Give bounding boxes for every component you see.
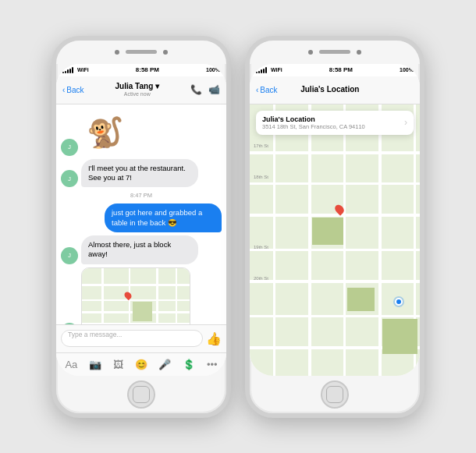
road-v-4 (378, 104, 382, 376)
nav-title-2: Julia's Location (300, 85, 359, 94)
home-button-1[interactable] (127, 380, 155, 409)
home-button-inner-1 (133, 386, 150, 403)
message-text-2: Almost there, just a block away! (88, 240, 171, 258)
toolbar-aa-1[interactable]: Aa (65, 359, 77, 370)
monkey-sticker: 🐒 (81, 109, 128, 156)
status-time-1: 8:58 PM (136, 66, 159, 73)
toolbar-emoji-1[interactable]: 😊 (135, 359, 147, 370)
location-info-text: Julia's Location 3514 18th St, San Franc… (262, 115, 365, 130)
avatar-julia-3: J (61, 247, 78, 264)
nav-bar-2: ‹ Back Julia's Location (250, 76, 420, 104)
map-fullscreen: 17th St 18th St 19th St 20th St Julia's … (250, 104, 420, 376)
battery-label-2: 100% (400, 67, 414, 73)
call-icon-1[interactable]: 📞 (190, 84, 202, 95)
chat-area-1: J 🐒 J I'll meet you at the restaurant. S… (56, 104, 226, 324)
signal-bars-2 (256, 67, 267, 73)
back-label-1: Back (66, 86, 83, 94)
toolbar-camera-1[interactable]: 📷 (89, 359, 101, 370)
sensor-1 (163, 50, 168, 55)
active-status-1: Active now (124, 91, 151, 97)
contact-name-1: Julia Tang ▾ (115, 82, 160, 91)
message-text-sent: just got here and grabbed a table in the… (112, 208, 202, 226)
back-label-2: Back (260, 86, 277, 94)
road-v-1 (273, 104, 275, 376)
nav-actions-1: 📞 📹 (190, 84, 220, 95)
home-button-2[interactable] (321, 380, 349, 409)
input-placeholder-1: Type a message... (68, 331, 122, 338)
nav-bar-1: ‹ Back Julia Tang ▾ Active now 📞 📹 (56, 76, 226, 104)
bubble-sent-1: just got here and grabbed a table in the… (105, 203, 222, 232)
message-meet-restaurant: J I'll meet you at the restaurant. See y… (61, 159, 222, 188)
mini-map-grid (82, 268, 190, 323)
message-text-1: I'll meet you at the restaurant. See you… (88, 164, 186, 182)
time-label-1: 8:47 PM (130, 192, 152, 199)
avatar-julia-1: J (61, 139, 78, 156)
toolbar-more-1[interactable]: ••• (207, 359, 218, 370)
wifi-label-2: WiFi (271, 67, 282, 73)
home-button-inner-2 (326, 386, 343, 403)
timestamp-1: 8:47 PM (61, 192, 222, 199)
message-sent-1: just got here and grabbed a table in the… (61, 203, 222, 232)
status-left-1: WiFi (62, 67, 89, 73)
message-location: J (61, 267, 222, 324)
message-input-1[interactable]: Type a message... (61, 330, 203, 347)
status-right-1: 100% (206, 67, 220, 73)
back-chevron-1: ‹ (62, 86, 65, 94)
loc-addr-label: 3514 18th St, San Francisco, CA 94110 (262, 123, 365, 130)
avatar-julia-2: J (61, 170, 78, 187)
road-v-2 (308, 104, 311, 376)
location-map-thumb (82, 268, 190, 323)
speaker-2 (319, 50, 350, 54)
nav-title-1: Julia Tang ▾ Active now (115, 82, 160, 97)
bubble-received-1: I'll meet you at the restaurant. See you… (81, 159, 198, 188)
camera-2 (308, 50, 313, 55)
toolbar-photo-1[interactable]: 🖼 (113, 359, 123, 370)
location-info-card[interactable]: Julia's Location 3514 18th St, San Franc… (256, 111, 414, 135)
speaker-1 (126, 50, 157, 54)
street-label-1: 17th St (254, 143, 268, 148)
sensor-2 (357, 50, 361, 55)
phone-1: WiFi 8:58 PM 100% ‹ Back Julia Tang ▾ Ac… (52, 36, 231, 418)
location-card-chevron: › (404, 117, 407, 128)
toolbar-1: Aa 📷 🖼 😊 🎤 💲 ••• (56, 352, 226, 376)
back-button-1[interactable]: ‹ Back (62, 86, 84, 94)
status-bar-2: WiFi 8:58 PM 100% (250, 64, 420, 76)
toolbar-mic-1[interactable]: 🎤 (158, 359, 171, 370)
phone-top-bar-2 (250, 41, 420, 64)
bubble-received-2: Almost there, just a block away! (81, 235, 198, 264)
wifi-label-1: WiFi (77, 67, 89, 73)
back-chevron-2: ‹ (256, 86, 258, 94)
message-sticker: J 🐒 (61, 109, 222, 156)
message-almost-there: J Almost there, just a block away! (61, 235, 222, 264)
phone-2: WiFi 8:58 PM 100% ‹ Back Julia's Locatio… (245, 36, 424, 418)
street-label-3: 19th St (254, 245, 268, 250)
map-title-2: Julia's Location (300, 85, 359, 94)
signal-bars-1 (62, 67, 73, 73)
user-location-dot (395, 298, 403, 306)
toolbar-dollar-1[interactable]: 💲 (183, 359, 195, 370)
status-bar-1: WiFi 8:58 PM 100% (56, 64, 226, 76)
status-right-2: 100% (400, 67, 414, 73)
location-card-1[interactable]: Julia's Location ⓘ (81, 267, 190, 324)
park-2 (347, 288, 375, 311)
street-label-2: 18th St (254, 175, 268, 179)
park-1 (312, 218, 343, 245)
park-3 (382, 319, 417, 354)
input-bar-1: Type a message... 👍 (56, 324, 226, 352)
status-left-2: WiFi (256, 67, 282, 73)
camera-1 (115, 50, 119, 55)
road-v-3 (343, 104, 346, 376)
send-button-1[interactable]: 👍 (206, 331, 222, 346)
street-label-4: 20th St (254, 276, 268, 281)
battery-label-1: 100% (206, 67, 220, 73)
video-icon-1[interactable]: 📹 (208, 84, 220, 95)
status-time-2: 8:58 PM (329, 66, 353, 73)
monkey-emoji: 🐒 (87, 115, 123, 150)
loc-name-label: Julia's Location (262, 115, 365, 123)
phone-top-bar-1 (56, 41, 226, 64)
back-button-2[interactable]: ‹ Back (256, 86, 278, 94)
